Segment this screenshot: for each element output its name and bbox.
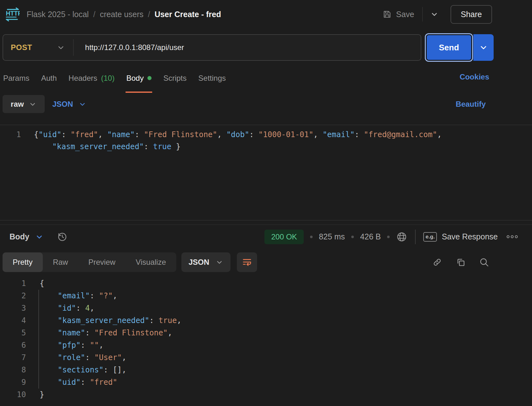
request-url-row: POST Send <box>3 34 494 61</box>
beautify-link[interactable]: Beautify <box>456 100 486 109</box>
copy-icon[interactable] <box>456 257 466 267</box>
response-size[interactable]: 426 B <box>360 232 381 241</box>
tab-visualize[interactable]: Visualize <box>126 252 176 272</box>
tab-auth[interactable]: Auth <box>41 61 57 93</box>
save-label: Save <box>396 10 414 19</box>
line-content: "role": "User", <box>38 352 127 364</box>
svg-text:HTTP: HTTP <box>6 10 20 17</box>
word-wrap-toggle[interactable] <box>237 252 257 272</box>
line-number: 3 <box>0 302 26 314</box>
breadcrumb-request-name: User Create - fred <box>154 10 221 19</box>
dot-separator <box>387 236 390 238</box>
tab-settings[interactable]: Settings <box>198 61 227 93</box>
save-options-button[interactable] <box>428 8 440 20</box>
http-request-icon: HTTP <box>5 7 20 22</box>
response-meta: 200 OK 825 ms 426 B e.g. Save Response <box>264 230 518 244</box>
method-chevron-down-icon[interactable] <box>57 43 65 52</box>
response-language-dropdown[interactable]: JSON <box>181 252 230 272</box>
response-language-value: JSON <box>189 258 209 267</box>
divider <box>422 7 423 22</box>
tab-scripts[interactable]: Scripts <box>163 61 187 93</box>
line-number: 6 <box>0 339 26 352</box>
link-icon[interactable] <box>432 257 442 267</box>
status-badge[interactable]: 200 OK <box>264 230 303 244</box>
line-content: "kasm_server_needed": true } <box>34 141 180 153</box>
tab-raw[interactable]: Raw <box>43 252 78 272</box>
save-response-label: Save Response <box>442 232 498 241</box>
url-input[interactable] <box>85 43 414 52</box>
breadcrumb-separator: / <box>148 10 150 19</box>
response-body-viewer: 1{2"email": "?",3"id": 4,4"kasm_server_n… <box>0 272 532 401</box>
body-format-row: raw JSON Beautify <box>3 95 486 113</box>
breadcrumb-collection[interactable]: Flask 2025 - local <box>27 10 89 19</box>
more-options-icon[interactable] <box>507 235 518 238</box>
url-box: POST <box>3 34 421 61</box>
line-number: 5 <box>0 327 26 339</box>
search-icon[interactable] <box>479 257 489 267</box>
code-line: 3"id": 4, <box>0 302 532 314</box>
word-wrap-icon <box>242 257 252 268</box>
code-line: "kasm_server_needed": true } <box>0 141 532 153</box>
tab-pretty[interactable]: Pretty <box>3 252 43 272</box>
line-number: 9 <box>0 376 26 389</box>
tab-body[interactable]: Body <box>126 61 152 93</box>
code-line: 5"name": "Fred Flinstone", <box>0 327 532 339</box>
line-number <box>0 141 21 153</box>
send-button[interactable]: Send <box>426 34 472 61</box>
save-button[interactable]: Save <box>382 10 414 19</box>
cookies-link[interactable]: Cookies <box>460 73 489 81</box>
line-content: "kasm_server_needed": true, <box>38 314 181 327</box>
line-content: "sections": [], <box>38 364 127 376</box>
line-number: 7 <box>0 352 26 364</box>
line-number: 1 <box>0 129 21 141</box>
code-line: 1{ <box>0 277 532 290</box>
response-time[interactable]: 825 ms <box>319 232 345 241</box>
tab-label: Body <box>126 74 144 83</box>
code-line: 7"role": "User", <box>0 352 532 364</box>
tab-label: Settings <box>198 74 226 83</box>
response-body-dropdown[interactable]: Body <box>10 232 29 241</box>
body-format-dropdown[interactable]: raw <box>3 95 45 113</box>
send-options-button[interactable] <box>473 34 494 61</box>
chevron-down-icon <box>479 43 488 52</box>
chevron-down-icon[interactable] <box>35 233 43 241</box>
tab-params[interactable]: Params <box>3 61 30 93</box>
response-tabs-row: Pretty Raw Preview Visualize JSON <box>3 252 489 272</box>
line-content: "name": "Fred Flinstone", <box>38 327 172 339</box>
tab-headers[interactable]: Headers (10) <box>68 61 115 93</box>
divider <box>415 230 416 244</box>
network-globe-icon[interactable] <box>396 231 407 243</box>
response-history-icon[interactable] <box>57 232 68 242</box>
body-format-value: raw <box>11 100 24 109</box>
body-language-dropdown[interactable]: JSON <box>52 100 86 109</box>
panel-resize-handle[interactable] <box>0 220 532 225</box>
breadcrumb: Flask 2025 - local / create users / User… <box>27 10 221 19</box>
response-header: Body 200 OK 825 ms 426 B e.g. Save Respo… <box>0 225 532 249</box>
top-bar-actions: Save Share <box>382 5 492 24</box>
request-body-editor[interactable]: 1{"uid": "fred", "name": "Fred Flinstone… <box>0 125 532 220</box>
tab-label: Headers <box>68 74 97 83</box>
dot-separator <box>310 236 313 238</box>
request-tabs: Params Auth Headers (10) Body Scripts Se… <box>0 61 532 93</box>
line-number: 2 <box>0 290 26 302</box>
save-response-button[interactable]: e.g. Save Response <box>423 232 498 242</box>
code-line: 6"pfp": "", <box>0 339 532 352</box>
code-line: 9"uid": "fred" <box>0 376 532 389</box>
tab-label: Auth <box>41 74 57 83</box>
line-content: } <box>40 389 44 401</box>
chevron-down-icon <box>29 100 36 108</box>
code-line: 8"sections": [], <box>0 364 532 376</box>
share-button[interactable]: Share <box>451 5 492 24</box>
line-content: "pfp": "", <box>38 339 104 352</box>
breadcrumb-separator: / <box>93 10 95 19</box>
tab-preview[interactable]: Preview <box>78 252 126 272</box>
example-badge-icon: e.g. <box>423 232 437 242</box>
method-selector[interactable]: POST <box>11 43 32 52</box>
line-content: "email": "?", <box>38 290 117 302</box>
response-view-switch: Pretty Raw Preview Visualize <box>3 252 176 272</box>
top-bar: HTTP Flask 2025 - local / create users /… <box>0 0 532 29</box>
line-number: 10 <box>0 389 26 401</box>
breadcrumb-folder[interactable]: create users <box>100 10 144 19</box>
body-modified-dot <box>147 76 152 80</box>
tab-label: Scripts <box>163 74 186 83</box>
